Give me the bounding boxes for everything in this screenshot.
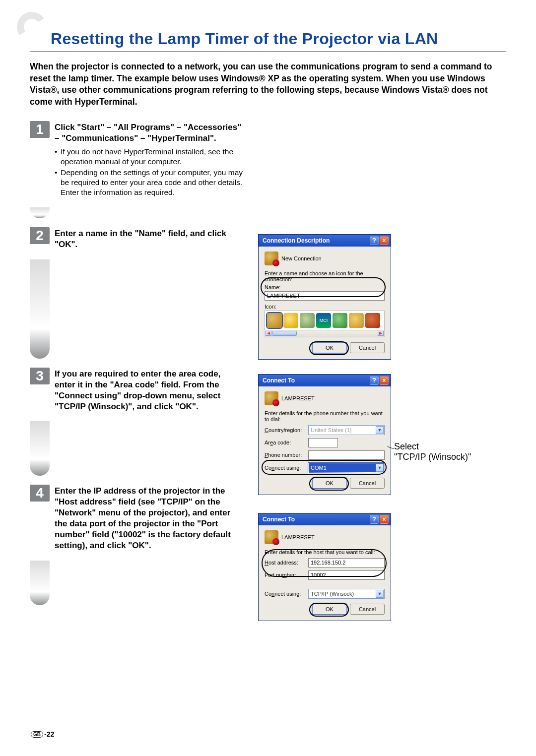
icon-label: Icon: [265, 304, 385, 310]
name-label: Name: [265, 284, 385, 290]
connect-using-select[interactable]: TCP/IP (Winsock) ▼ [308, 589, 385, 599]
chevron-down-icon: ▼ [376, 590, 384, 598]
dialog-prompt: Enter details for the host that you want… [265, 549, 385, 555]
area-code-field[interactable] [308, 438, 338, 447]
help-icon[interactable]: ? [370, 515, 379, 524]
icon-option[interactable] [349, 313, 364, 328]
host-address-label: Host address: [265, 560, 304, 566]
connection-icon [265, 252, 278, 265]
intro-paragraph: When the projector is connected to a net… [30, 61, 506, 108]
step-bullet: Depending on the settings of your comput… [55, 168, 243, 197]
area-code-label: Area code: [265, 440, 304, 445]
step-2: 2 Enter a name in the "Name" field, and … [30, 227, 243, 250]
page-title: Resetting the Lamp Timer of the Projecto… [51, 30, 506, 48]
cancel-button[interactable]: Cancel [350, 478, 385, 489]
name-field[interactable] [265, 291, 385, 301]
scroll-left-icon[interactable]: ◀ [266, 331, 271, 336]
port-number-field[interactable] [308, 570, 385, 580]
country-select[interactable]: United States (1) ▼ [308, 425, 385, 435]
country-value: United States (1) [311, 427, 352, 433]
cancel-button[interactable]: Cancel [350, 342, 385, 353]
cancel-button[interactable]: Cancel [350, 604, 385, 615]
host-address-field[interactable] [308, 558, 385, 567]
connection-name: New Connection [281, 255, 322, 261]
step-title: Enter a name in the "Name" field, and cl… [55, 228, 243, 250]
screenshots-column: Connection Description ? × New Connectio… [258, 121, 506, 614]
connection-description-dialog: Connection Description ? × New Connectio… [258, 234, 391, 360]
dialog-title: Connect To [263, 377, 295, 384]
help-icon[interactable]: ? [370, 376, 379, 385]
scroll-thumb[interactable] [272, 331, 297, 336]
connect-using-value: TCP/IP (Winsock) [311, 591, 354, 597]
title-rule [30, 51, 506, 52]
connect-using-label: Connect using: [265, 591, 304, 597]
scroll-right-icon[interactable]: ▶ [378, 331, 384, 336]
chevron-down-icon: ▼ [376, 426, 384, 434]
phone-label: Phone number: [265, 452, 304, 458]
connection-name: LAMPRESET [281, 395, 315, 401]
ok-button[interactable]: OK [312, 342, 347, 353]
dialog-prompt: Enter details for the phone number that … [265, 410, 385, 422]
dialog-prompt: Enter a name and choose an icon for the … [265, 270, 385, 282]
annotation-text: "TCP/IP (Winsock)" [394, 452, 471, 462]
connection-icon [265, 391, 278, 405]
step-number: 1 [30, 121, 50, 138]
step-4: 4 Enter the IP address of the projector … [30, 485, 243, 552]
close-icon[interactable]: × [380, 236, 389, 245]
connect-using-label: Connect using: [265, 465, 304, 471]
port-number-label: Port number: [265, 572, 304, 578]
dialog-title: Connect To [263, 516, 295, 523]
chevron-down-icon: ▼ [376, 464, 384, 472]
annotation-select-tcpip: Select "TCP/IP (Winsock)" [394, 441, 471, 462]
ok-button[interactable]: OK [312, 478, 347, 489]
step-number: 2 [30, 227, 50, 244]
ok-button[interactable]: OK [312, 604, 347, 615]
icon-scrollbar[interactable]: ◀ ▶ [265, 330, 385, 337]
step-1: 1 Click "Start" – "All Programs" – "Acce… [30, 121, 243, 199]
phone-field[interactable] [308, 450, 385, 460]
connect-using-value: COM1 [311, 465, 327, 471]
page-num-value: -22 [44, 730, 54, 738]
icon-option[interactable] [365, 313, 380, 328]
connect-to-host-dialog: Connect To ? × LAMPRESET Enter details f… [258, 513, 391, 621]
step-title: Click "Start" – "All Programs" – "Access… [55, 122, 243, 144]
connection-icon [265, 530, 278, 544]
icon-option[interactable]: MCI [316, 313, 331, 328]
icon-option[interactable] [300, 313, 315, 328]
connection-name: LAMPRESET [281, 534, 315, 540]
corner-arc [14, 9, 49, 44]
step-title: Enter the IP address of the projector in… [55, 486, 243, 552]
connect-to-phone-dialog: Connect To ? × LAMPRESET Enter details f… [258, 374, 391, 495]
close-icon[interactable]: × [380, 515, 389, 524]
page-number: GB-22 [31, 730, 54, 738]
dialog-title: Connection Description [263, 237, 330, 244]
step-title: If you are required to enter the area co… [55, 369, 243, 412]
country-label: CCountry/region:ountry/region: [265, 427, 304, 433]
dialog-titlebar: Connection Description ? × [259, 235, 391, 247]
connect-using-select[interactable]: COM1 ▼ [308, 463, 385, 473]
icon-option[interactable] [283, 313, 298, 328]
annotation-text: Select [394, 441, 471, 452]
icon-option[interactable] [333, 313, 347, 328]
step-bullet: If you do not have HyperTerminal install… [55, 147, 243, 167]
step-number: 3 [30, 368, 50, 384]
dialog-titlebar: Connect To ? × [259, 513, 391, 525]
step-3: 3 If you are required to enter the area … [30, 368, 243, 412]
help-icon[interactable]: ? [370, 236, 379, 245]
dialog-titlebar: Connect To ? × [259, 375, 391, 386]
close-icon[interactable]: × [380, 376, 389, 385]
steps-column: 1 Click "Start" – "All Programs" – "Acce… [30, 121, 243, 614]
step-number: 4 [30, 485, 50, 502]
icon-option[interactable] [267, 313, 282, 328]
icon-picker[interactable]: MCI [265, 311, 385, 330]
region-badge: GB [31, 731, 43, 738]
